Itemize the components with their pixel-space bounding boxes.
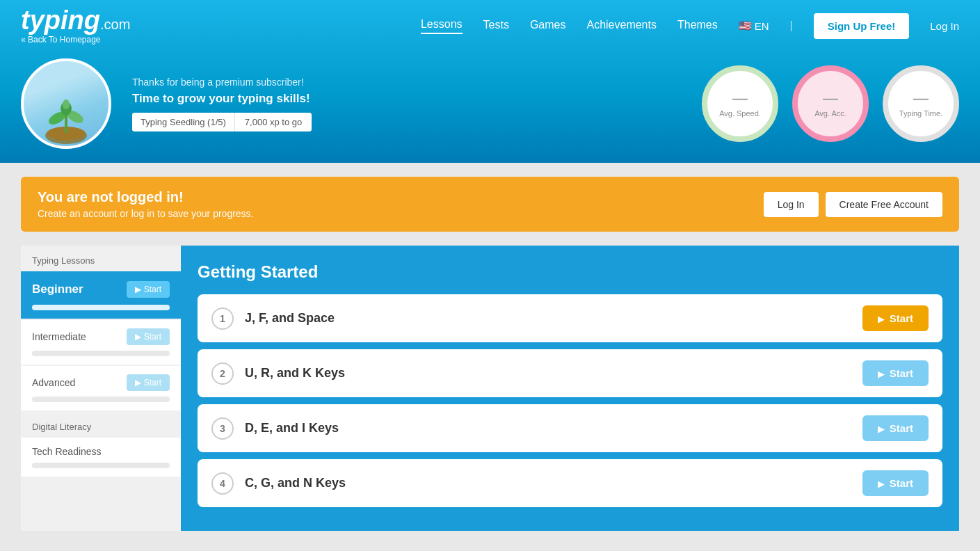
play-icon-3 (878, 422, 884, 434)
banner-login-button[interactable]: Log In (764, 192, 819, 217)
stat-time: — Typing Time. (883, 65, 959, 142)
progress-bar-container: Typing Seedling (1/5) 7,000 xp to go (132, 113, 312, 131)
beginner-title: Beginner (32, 282, 83, 296)
sidebar-beginner-group: Beginner Start (21, 271, 181, 319)
logo-main: typing (21, 6, 100, 35)
lesson-number-4: 4 (211, 472, 234, 495)
language-button[interactable]: 🇺🇸 EN (739, 19, 769, 32)
time-label: Typing Time. (899, 109, 942, 118)
stat-accuracy: — Avg. Acc. (792, 65, 869, 142)
avatar (21, 58, 111, 149)
lesson-name-1: J, F, and Space (245, 311, 851, 326)
sidebar-digital-title: Digital Literacy (21, 412, 181, 438)
advanced-progress-bar (32, 397, 170, 402)
acc-label: Avg. Acc. (814, 109, 846, 118)
play-icon (135, 378, 141, 388)
nav-games[interactable]: Games (530, 19, 566, 33)
lesson-number-3: 3 (211, 417, 234, 440)
intermediate-progress-bar (32, 351, 170, 356)
play-icon (135, 285, 141, 294)
intermediate-title: Intermediate (32, 331, 86, 342)
header-top: typing.com « Back To Homepage Lessons Te… (0, 0, 980, 51)
warning-text: You are not logged in! Create an account… (38, 189, 254, 219)
play-icon-4 (878, 477, 884, 489)
sidebar: Typing Lessons Beginner Start Intermedia… (21, 246, 181, 531)
speed-label: Avg. Speed. (719, 109, 761, 118)
lesson-card-2: 2 U, R, and K Keys Start (198, 349, 942, 397)
nav-lessons[interactable]: Lessons (421, 18, 463, 34)
warning-title: You are not logged in! (38, 189, 254, 205)
logo-dot: .com (100, 17, 130, 32)
play-icon-2 (878, 367, 884, 379)
play-icon (135, 332, 141, 342)
tech-progress-bar (32, 463, 170, 468)
signup-button[interactable]: Sign Up Free! (814, 13, 910, 39)
play-icon-1 (878, 312, 884, 324)
nav-tests[interactable]: Tests (483, 19, 509, 33)
lessons-panel: Getting Started 1 J, F, and Space Start … (181, 246, 959, 531)
sidebar-advanced-group: Advanced Start (21, 366, 181, 410)
back-to-homepage-link[interactable]: « Back To Homepage (21, 35, 130, 45)
badge-label: Typing Seedling (1/5) (132, 113, 235, 131)
intermediate-header: Intermediate Start (32, 328, 170, 345)
sidebar-tech-group: Tech Readiness (21, 438, 181, 477)
svg-point-6 (63, 99, 70, 109)
profile-strip: Thanks for being a premium subscriber! T… (0, 51, 980, 163)
warning-actions: Log In Create Free Account (764, 192, 942, 217)
flag-icon: 🇺🇸 (739, 19, 752, 32)
lang-label: EN (755, 20, 769, 32)
advanced-start-label: Start (144, 378, 161, 388)
time-value: — (913, 90, 929, 108)
beginner-start-label: Start (144, 285, 161, 294)
warning-banner: You are not logged in! Create an account… (21, 177, 959, 232)
beginner-header: Beginner Start (32, 281, 170, 298)
banner-create-account-button[interactable]: Create Free Account (826, 192, 942, 217)
profile-thanks: Thanks for being a premium subscriber! (132, 77, 312, 88)
logo-area: typing.com « Back To Homepage (21, 7, 130, 45)
intermediate-start-label: Start (144, 332, 161, 342)
nav-themes[interactable]: Themes (677, 19, 718, 33)
header: typing.com « Back To Homepage Lessons Te… (0, 0, 980, 163)
beginner-start-button[interactable]: Start (127, 281, 170, 298)
warning-subtitle: Create an account or log in to save your… (38, 208, 254, 219)
stat-speed: — Avg. Speed. (702, 65, 778, 142)
acc-value: — (823, 90, 838, 108)
intermediate-start-button[interactable]: Start (127, 328, 170, 345)
advanced-start-button[interactable]: Start (127, 374, 170, 391)
lesson-number-1: 1 (211, 308, 234, 330)
lesson-card-1: 1 J, F, and Space Start (198, 294, 942, 342)
sidebar-intermediate-group: Intermediate Start (21, 320, 181, 365)
xp-label: 7,000 xp to go (235, 113, 312, 131)
nav-separator: | (790, 19, 793, 32)
beginner-progress-bar (32, 305, 170, 310)
profile-info: Thanks for being a premium subscriber! T… (132, 77, 312, 131)
lesson-number-2: 2 (211, 362, 234, 385)
lesson-name-3: D, E, and I Keys (245, 421, 851, 436)
logo: typing.com (21, 7, 130, 33)
lesson-start-button-4[interactable]: Start (862, 470, 929, 496)
lesson-card-4: 4 C, G, and N Keys Start (198, 459, 942, 507)
avatar-plant-icon (35, 83, 97, 146)
nav-achievements[interactable]: Achievements (586, 19, 657, 33)
speed-value: — (732, 90, 748, 108)
lesson-start-button-1[interactable]: Start (862, 305, 929, 331)
tech-header: Tech Readiness (32, 446, 170, 457)
main-content: Typing Lessons Beginner Start Intermedia… (21, 246, 959, 531)
lesson-name-2: U, R, and K Keys (245, 366, 851, 381)
login-link[interactable]: Log In (930, 20, 959, 32)
sidebar-typing-title: Typing Lessons (21, 246, 181, 271)
getting-started-title: Getting Started (198, 262, 942, 282)
profile-grow: Time to grow your typing skills! (132, 92, 312, 106)
tech-title: Tech Readiness (32, 446, 102, 457)
advanced-header: Advanced Start (32, 374, 170, 391)
lesson-card-3: 3 D, E, and I Keys Start (198, 404, 942, 452)
stats-area: — Avg. Speed. — Avg. Acc. — Typing Time. (702, 65, 959, 142)
lesson-start-button-2[interactable]: Start (862, 360, 929, 386)
advanced-title: Advanced (32, 377, 75, 388)
lesson-name-4: C, G, and N Keys (245, 476, 851, 490)
lesson-start-button-3[interactable]: Start (862, 415, 929, 441)
nav-area: Lessons Tests Games Achievements Themes … (421, 13, 959, 39)
